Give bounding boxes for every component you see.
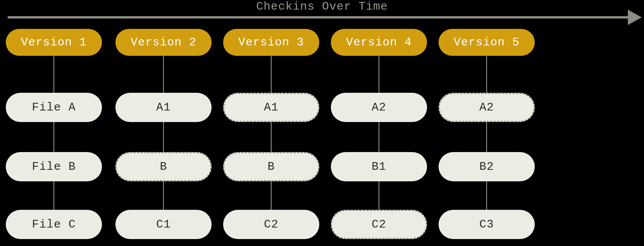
version-pill: Version 5 [439, 29, 535, 56]
file-pill: File A [6, 93, 102, 122]
file-pill: C2 [223, 210, 319, 239]
file-pill: File C [6, 210, 102, 239]
file-pill: A1 [223, 93, 319, 122]
timeline-title: Checkins Over Time [0, 0, 644, 13]
file-pill: File B [6, 152, 102, 181]
timeline-arrow-shaft [8, 16, 629, 18]
file-pill: A1 [115, 93, 212, 122]
version-pill: Version 4 [331, 29, 427, 56]
column-connector [163, 56, 164, 224]
file-pill: B2 [439, 152, 535, 181]
file-pill: C3 [439, 210, 535, 239]
column-connector [379, 56, 379, 224]
file-pill: B1 [331, 152, 427, 181]
column-connector [271, 56, 272, 224]
file-pill: A2 [439, 93, 535, 122]
version-pill: Version 1 [6, 29, 102, 56]
file-pill: A2 [331, 93, 427, 122]
column-connector [486, 56, 487, 224]
file-pill: B [115, 152, 212, 181]
timeline-arrow-head-icon [628, 10, 642, 25]
file-pill: C1 [115, 210, 212, 239]
column-connector [53, 56, 54, 224]
version-pill: Version 3 [223, 29, 319, 56]
file-pill: C2 [331, 210, 427, 239]
version-pill: Version 2 [115, 29, 212, 56]
file-pill: B [223, 152, 319, 181]
diagram-stage: Checkins Over Time Version 1File AFile B… [0, 0, 644, 246]
